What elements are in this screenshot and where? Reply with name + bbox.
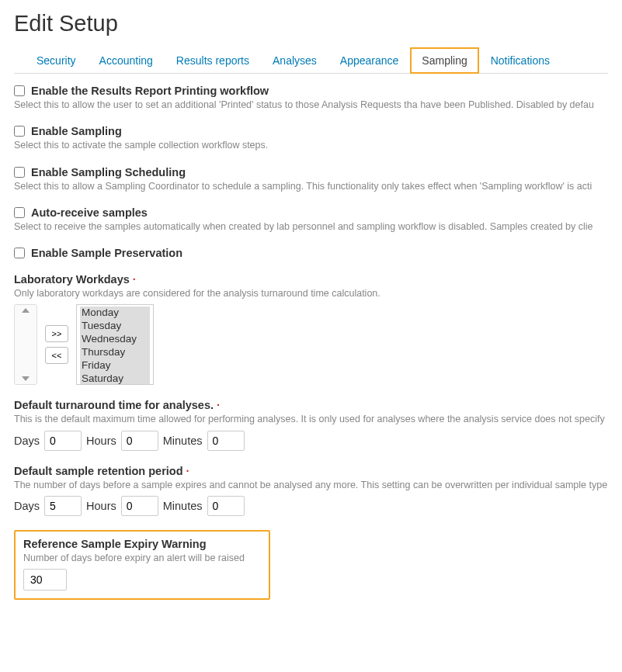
enable-preservation-checkbox[interactable] [14,248,25,258]
list-item[interactable]: Saturday [80,372,150,386]
tab-appearance[interactable]: Appearance [328,47,411,74]
tab-analyses[interactable]: Analyses [261,47,328,74]
field-expiry-warning: Reference Sample Expiry Warning Number o… [14,530,608,600]
retention-label: Default sample retention period [14,465,608,477]
turnaround-hours-label: Hours [86,435,116,447]
enable-report-printing-checkbox[interactable] [14,85,25,96]
retention-hours-input[interactable] [121,496,158,516]
enable-sampling-help: Select this to activate the sample colle… [14,139,608,151]
enable-sampling-label: Enable Sampling [31,125,122,137]
list-item[interactable]: Thursday [80,346,150,359]
tab-sampling[interactable]: Sampling [410,47,478,74]
workdays-add-button[interactable]: >> [45,325,68,342]
workdays-left-scroll[interactable] [14,304,37,385]
enable-sampling-sched-label: Enable Sampling Scheduling [31,166,186,178]
field-enable-report-printing: Enable the Results Report Printing workf… [14,85,608,111]
list-item[interactable]: Tuesday [80,320,150,333]
auto-receive-checkbox[interactable] [14,207,25,218]
turnaround-days-input[interactable] [44,431,82,451]
tab-bar: Security Accounting Results reports Anal… [14,47,608,74]
retention-minutes-label: Minutes [163,500,203,512]
retention-minutes-input[interactable] [207,496,245,516]
triangle-up-icon [22,308,30,313]
list-item[interactable]: Friday [80,359,150,372]
auto-receive-help: Select to receive the samples automatica… [14,220,608,233]
auto-receive-label: Auto-receive samples [31,206,148,219]
list-item[interactable]: Monday [80,307,150,320]
workdays-selected-list[interactable]: Monday Tuesday Wednesday Thursday Friday… [76,304,154,385]
expiry-warning-input[interactable] [23,569,67,591]
workdays-help: Only laboratory workdays are considered … [14,287,608,300]
tab-accounting[interactable]: Accounting [88,47,165,74]
field-auto-receive: Auto-receive samples Select to receive t… [14,206,608,233]
turnaround-days-label: Days [14,435,40,447]
turnaround-minutes-label: Minutes [163,435,203,447]
retention-days-input[interactable] [44,496,82,516]
retention-days-label: Days [14,500,40,512]
field-workdays: Laboratory Workdays Only laboratory work… [14,273,608,385]
enable-report-printing-label: Enable the Results Report Printing workf… [31,85,269,97]
retention-hours-label: Hours [86,500,116,512]
expiry-warning-help: Number of days before expiry an alert wi… [23,552,261,564]
list-item[interactable]: Wednesday [80,333,150,346]
turnaround-label: Default turnaround time for analyses. [14,399,608,411]
field-turnaround: Default turnaround time for analyses. Th… [14,399,608,450]
workdays-label: Laboratory Workdays [14,273,608,286]
workdays-remove-button[interactable]: << [45,347,68,364]
tab-results-reports[interactable]: Results reports [165,47,261,74]
field-enable-preservation: Enable Sample Preservation [14,247,608,259]
enable-report-printing-help: Select this to allow the user to set an … [14,99,608,111]
tab-notifications[interactable]: Notifications [479,47,561,74]
page-title: Edit Setup [14,11,608,36]
enable-sampling-sched-checkbox[interactable] [14,167,25,178]
triangle-down-icon [22,376,30,381]
enable-preservation-label: Enable Sample Preservation [31,247,182,259]
turnaround-help: This is the default maximum time allowed… [14,413,608,425]
field-enable-sampling-sched: Enable Sampling Scheduling Select this t… [14,166,608,192]
turnaround-hours-input[interactable] [121,431,158,451]
enable-sampling-checkbox[interactable] [14,126,25,137]
turnaround-minutes-input[interactable] [207,431,245,451]
retention-help: The number of days before a sample expir… [14,479,608,491]
tab-security[interactable]: Security [25,47,88,74]
enable-sampling-sched-help: Select this to allow a Sampling Coordina… [14,180,608,192]
expiry-warning-label: Reference Sample Expiry Warning [23,538,261,550]
field-retention: Default sample retention period The numb… [14,465,608,516]
field-enable-sampling: Enable Sampling Select this to activate … [14,125,608,151]
